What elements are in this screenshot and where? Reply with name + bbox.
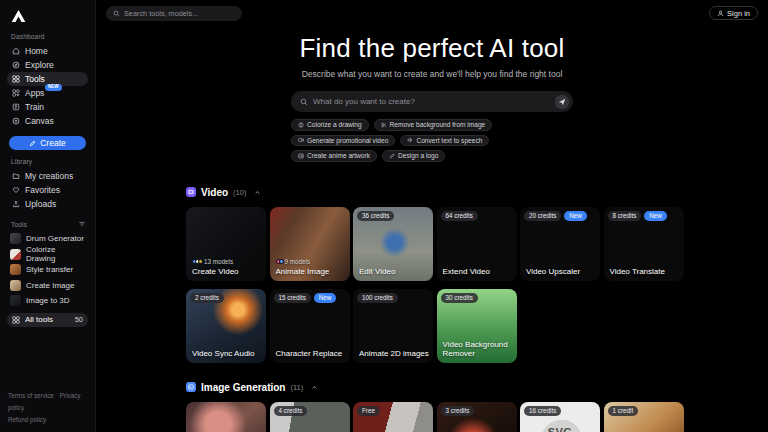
card-title: Video Upscaler bbox=[526, 267, 596, 276]
chip-label: Colorize a drawing bbox=[307, 121, 362, 128]
sidebar-tool-image-to-3d[interactable]: Image to 3D bbox=[7, 293, 88, 309]
palette-icon bbox=[298, 122, 304, 128]
card-image-gen-1[interactable]: 11 models bbox=[186, 402, 266, 432]
sidebar-item-favorites[interactable]: Favorites bbox=[7, 183, 88, 197]
section-image-generation-header: Image Generation (11) bbox=[186, 382, 768, 393]
chip-convert-text-to-speech[interactable]: Convert text to speech bbox=[400, 135, 489, 147]
card-extend-video[interactable]: 64 credits Extend Video bbox=[437, 207, 517, 281]
sidebar-section-library: Library bbox=[11, 158, 88, 165]
sidebar-tool-create-image[interactable]: Create Image bbox=[7, 278, 88, 294]
card-thumbnail bbox=[186, 402, 266, 432]
tool-thumbnail bbox=[10, 233, 21, 244]
image-generation-card-row: 11 models 4 credits Free Image Depth Map… bbox=[186, 402, 768, 432]
card-image-gen-2[interactable]: 4 credits bbox=[270, 402, 350, 432]
card-animate-2d-images[interactable]: 100 credits Animate 2D images bbox=[353, 289, 433, 363]
suggestion-chips: Colorize a drawing Remove background fro… bbox=[291, 119, 573, 162]
top-search-input[interactable]: Search tools, models... bbox=[106, 6, 242, 21]
card-video-translate[interactable]: 8 credits New Video Translate bbox=[604, 207, 684, 281]
credits-badge: 36 credits bbox=[357, 211, 394, 221]
filter-icon[interactable] bbox=[78, 220, 86, 228]
sidebar: Dashboard Home Explore Tools Apps NEW Tr… bbox=[0, 0, 96, 432]
sidebar-tool-label: Create Image bbox=[26, 281, 74, 290]
hero: Find the perfect AI tool Describe what y… bbox=[96, 26, 768, 162]
card-video-background-remover[interactable]: 30 credits Video Background Remover bbox=[437, 289, 517, 363]
heart-icon bbox=[12, 186, 20, 194]
model-dot bbox=[198, 259, 203, 264]
sidebar-item-uploads[interactable]: Uploads bbox=[7, 197, 88, 211]
sidebar-section-tools: Tools bbox=[11, 221, 27, 228]
card-title: Video Background Remover bbox=[443, 340, 513, 358]
credits-badge: 30 credits bbox=[441, 293, 478, 303]
credits-badge: 4 credits bbox=[274, 406, 308, 416]
card-image-gen-6[interactable]: 1 credit bbox=[604, 402, 684, 432]
create-button[interactable]: Create bbox=[9, 136, 86, 150]
card-animate-image[interactable]: 9 models Animate Image bbox=[270, 207, 350, 281]
all-tools-label: All tools bbox=[25, 315, 53, 324]
section-count: (10) bbox=[233, 188, 246, 197]
new-badge: New bbox=[644, 211, 667, 221]
search-icon bbox=[300, 98, 308, 106]
sidebar-item-apps[interactable]: Apps NEW bbox=[7, 86, 88, 100]
terms-link[interactable]: Terms of service bbox=[8, 392, 54, 399]
credits-badge: 20 credits bbox=[524, 211, 561, 221]
all-tools-count: 50 bbox=[75, 315, 83, 324]
video-camera-icon bbox=[298, 137, 304, 143]
chip-remove-background[interactable]: Remove background from image bbox=[374, 119, 493, 131]
section-video: Video (10) 13 models Create Video bbox=[96, 187, 768, 363]
sidebar-tool-style-transfer[interactable]: Style transfer bbox=[7, 262, 88, 278]
sidebar-tool-label: Image to 3D bbox=[26, 296, 70, 305]
send-button[interactable] bbox=[555, 95, 569, 109]
app-logo[interactable] bbox=[10, 7, 40, 25]
sidebar-item-home[interactable]: Home bbox=[7, 44, 88, 58]
card-title: Character Replace bbox=[276, 349, 346, 358]
chevron-up-icon[interactable] bbox=[311, 384, 318, 391]
sidebar-item-label: Tools bbox=[25, 74, 45, 84]
card-video-upscaler[interactable]: 20 credits New Video Upscaler bbox=[520, 207, 600, 281]
chip-design-a-logo[interactable]: Design a logo bbox=[382, 150, 445, 162]
prompt-input[interactable]: What do you want to create? bbox=[291, 91, 573, 112]
app-window: Dashboard Home Explore Tools Apps NEW Tr… bbox=[0, 0, 768, 432]
sidebar-item-explore[interactable]: Explore bbox=[7, 58, 88, 72]
card-create-video[interactable]: 13 models Create Video bbox=[186, 207, 266, 281]
card-image-depth-map[interactable]: Free Image Depth Map bbox=[353, 402, 433, 432]
section-image-generation: Image Generation (11) 11 models bbox=[96, 382, 768, 432]
card-character-replace[interactable]: 15 credits New Character Replace bbox=[270, 289, 350, 363]
search-icon bbox=[113, 10, 120, 17]
credits-badge: 100 credits bbox=[357, 293, 398, 303]
refund-link[interactable]: Refund policy bbox=[8, 416, 46, 423]
sign-in-button[interactable]: Sign in bbox=[709, 6, 758, 20]
card-title: Animate 2D images bbox=[359, 349, 429, 358]
card-svg-generator[interactable]: SVG 16 credits bbox=[520, 402, 600, 432]
sidebar-footer: Terms of servicePrivacy policy Refund po… bbox=[8, 390, 95, 426]
canvas-icon bbox=[12, 117, 20, 125]
card-title: Edit Video bbox=[359, 267, 429, 276]
sidebar-item-my-creations[interactable]: My creations bbox=[7, 169, 88, 183]
logo-icon bbox=[10, 9, 27, 23]
chevron-up-icon[interactable] bbox=[254, 189, 261, 196]
sidebar-item-train[interactable]: Train bbox=[7, 100, 88, 114]
speaker-icon bbox=[407, 137, 413, 143]
card-title: Extend Video bbox=[443, 267, 513, 276]
chip-colorize-a-drawing[interactable]: Colorize a drawing bbox=[291, 119, 369, 131]
credits-badge: 2 credits bbox=[190, 293, 224, 303]
send-icon bbox=[558, 98, 566, 106]
credits-badge: 8 credits bbox=[608, 211, 642, 221]
sidebar-item-canvas[interactable]: Canvas bbox=[7, 114, 88, 128]
video-section-icon bbox=[186, 187, 196, 197]
card-video-sync-audio[interactable]: 2 credits Video Sync Audio bbox=[186, 289, 266, 363]
section-title: Image Generation bbox=[201, 382, 285, 393]
sidebar-item-all-tools[interactable]: All tools 50 bbox=[7, 313, 88, 327]
page-title: Find the perfect AI tool bbox=[300, 33, 565, 64]
sidebar-tool-colorize-drawing[interactable]: Colorize Drawing bbox=[7, 247, 88, 263]
pencil-icon bbox=[29, 140, 36, 147]
chip-label: Design a logo bbox=[398, 152, 438, 159]
video-card-row-2: 2 credits Video Sync Audio 15 credits Ne… bbox=[186, 289, 768, 363]
image-icon bbox=[298, 153, 304, 159]
apps-icon bbox=[12, 89, 20, 97]
chip-generate-promotional-video[interactable]: Generate promotional video bbox=[291, 135, 395, 147]
sidebar-tool-drum-generator[interactable]: Drum Generator bbox=[7, 231, 88, 247]
model-dot bbox=[279, 259, 284, 264]
chip-create-anime-artwork[interactable]: Create anime artwork bbox=[291, 150, 377, 162]
card-edit-video[interactable]: 36 credits Edit Video bbox=[353, 207, 433, 281]
card-image-gen-4[interactable]: 3 credits bbox=[437, 402, 517, 432]
